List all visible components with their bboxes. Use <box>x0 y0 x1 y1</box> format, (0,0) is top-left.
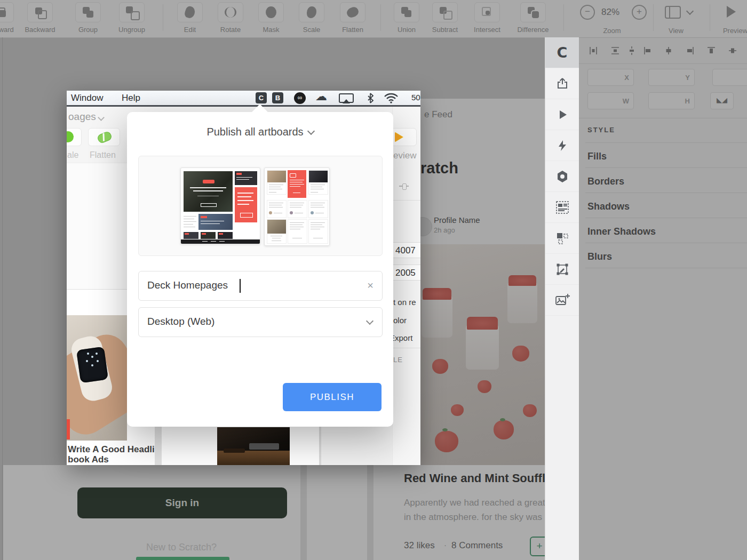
battery-percent: 50% <box>411 93 420 102</box>
bluetooth-icon[interactable] <box>366 92 375 104</box>
airplay-icon[interactable] <box>339 93 354 103</box>
card-title-line2: book Ads <box>68 454 109 465</box>
artboard-name-input[interactable]: Deck Homepages × <box>138 271 383 301</box>
content-panel-icon[interactable] <box>545 192 579 223</box>
title-chevron-icon <box>307 127 315 135</box>
macos-menubar: Window Help C B ∞ ☁ 50% <box>67 91 420 107</box>
inner-y-field[interactable]: 2005 <box>392 265 420 281</box>
watch-photo <box>67 315 127 441</box>
card-red-tag <box>67 419 70 439</box>
b-app-icon[interactable]: B <box>272 92 283 103</box>
clear-input-icon[interactable]: × <box>367 279 374 292</box>
publish-dialog: Publish all artboards <box>127 112 393 427</box>
menu-help[interactable]: Help <box>122 93 140 103</box>
artboard-name-value: Deck Homepages <box>147 279 228 291</box>
flatten-tool-icon <box>97 131 113 145</box>
inner-style-label: LE <box>393 356 403 364</box>
screen: Forward Backward Group Ungroup Edit Ro <box>0 0 747 560</box>
scale-button-label: ale <box>67 150 78 160</box>
platform-select[interactable]: Desktop (Web) <box>138 307 383 337</box>
inner-preview-label: eview <box>393 150 416 161</box>
duplicate-icon[interactable] <box>545 223 579 254</box>
menu-window[interactable]: Window <box>71 93 103 103</box>
scale-tool-icon <box>67 131 74 142</box>
cards-grid-artboard[interactable] <box>264 167 330 246</box>
flatten-button[interactable] <box>88 128 120 146</box>
text-caret <box>240 279 241 293</box>
pages-dropdown[interactable]: oages <box>68 111 104 123</box>
inner-resize-label: t on re <box>393 298 416 307</box>
share-icon[interactable] <box>545 68 579 99</box>
craft-logo-icon[interactable]: C <box>545 37 579 68</box>
edit-frame-icon[interactable] <box>545 254 579 285</box>
publish-scope-dropdown[interactable]: Publish all artboards <box>127 126 393 138</box>
inner-color-label: olor <box>393 316 407 325</box>
cloud-icon[interactable]: ☁ <box>315 91 327 103</box>
pages-chevron-icon <box>98 114 105 121</box>
play-icon[interactable] <box>545 99 579 130</box>
artboard-thumbnails-box <box>138 156 383 256</box>
nut-icon[interactable] <box>545 161 579 192</box>
select-chevron-icon <box>366 317 374 325</box>
craft-panel-toolbar: C <box>545 37 579 560</box>
card-title-line1: Write A Good Headline <box>68 444 165 455</box>
craft-menu-icon[interactable]: C <box>256 92 267 103</box>
inner-preview-button[interactable] <box>391 128 417 146</box>
inner-x-field[interactable]: 4007 <box>392 242 420 258</box>
slider-icon[interactable] <box>399 186 409 187</box>
add-image-icon[interactable] <box>545 285 579 316</box>
desk-photo <box>217 427 290 465</box>
creative-cloud-icon[interactable]: ∞ <box>294 92 306 104</box>
lightning-icon[interactable] <box>545 130 579 161</box>
publish-button[interactable]: PUBLISH <box>283 383 382 411</box>
inner-preview-icon <box>395 132 403 142</box>
flatten-button-label: Flatten <box>90 150 116 160</box>
wifi-icon[interactable] <box>384 93 399 103</box>
desktop-homepage-artboard[interactable] <box>180 167 260 244</box>
platform-value: Desktop (Web) <box>147 316 214 327</box>
scale-button[interactable] <box>67 128 82 146</box>
